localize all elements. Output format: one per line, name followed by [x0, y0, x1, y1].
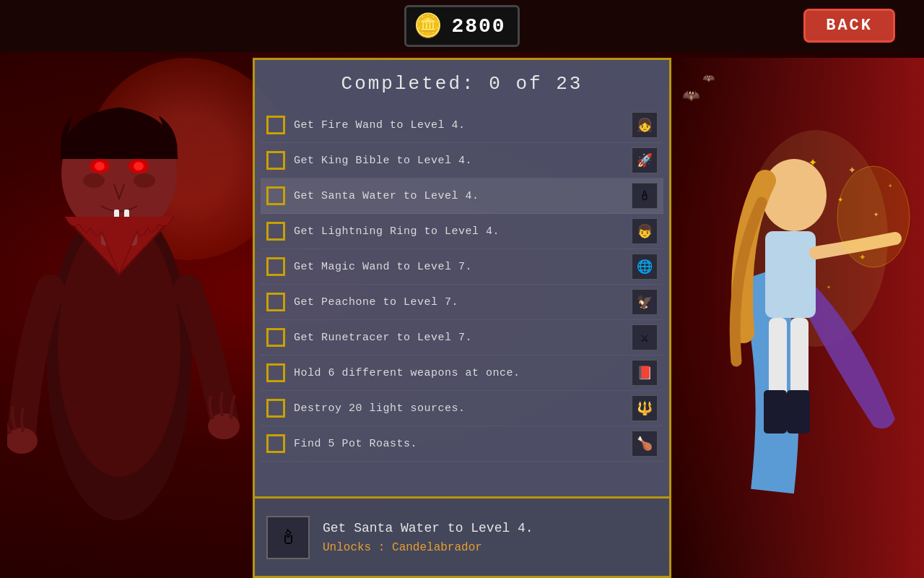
svg-point-5 — [134, 173, 155, 188]
coin-icon — [412, 10, 444, 42]
achievement-row[interactable]: Get Runetracer to Level 7.⚔ — [261, 320, 663, 355]
achievement-icon: 🌐 — [632, 254, 658, 280]
svg-point-28 — [837, 166, 910, 267]
achievement-row[interactable]: Hold 6 different weapons at once.📕 — [261, 355, 663, 391]
currency-widget: 2800 — [404, 5, 519, 47]
unlocks-value: Candelabrador — [392, 541, 482, 554]
vampire-illustration — [7, 72, 245, 542]
achievement-row[interactable]: Find 5 Pot Roasts.🍗 — [261, 426, 663, 462]
achievements-box: Completed: 0 of 23 Get Fire Wand to Leve… — [253, 58, 671, 499]
achievement-text: Destroy 20 light sources. — [294, 402, 623, 415]
achievement-text: Get Magic Wand to Level 7. — [294, 261, 623, 273]
achievement-checkbox[interactable] — [266, 257, 285, 276]
achievement-row[interactable]: Get Fire Wand to Level 4.👧 — [261, 108, 663, 143]
achievement-checkbox[interactable] — [266, 222, 285, 241]
unlocks-label: Unlocks : — [323, 541, 385, 554]
header-bar: 2800 BACK — [0, 0, 924, 52]
achievement-checkbox[interactable] — [266, 151, 285, 170]
achievement-icon: 📕 — [632, 360, 658, 386]
achievement-text: Hold 6 different weapons at once. — [294, 367, 623, 379]
achievement-checkbox[interactable] — [266, 186, 285, 205]
currency-value: 2800 — [451, 15, 505, 38]
achievement-text: Get King Bible to Level 4. — [294, 155, 623, 167]
svg-point-8 — [95, 162, 105, 171]
achievement-row[interactable]: Get Peachone to Level 7.🦅 — [261, 285, 663, 320]
achievement-checkbox[interactable] — [266, 363, 285, 382]
achievement-icon: 🕯 — [632, 183, 658, 209]
achievement-row[interactable]: Get Magic Wand to Level 7.🌐 — [261, 249, 663, 285]
achievement-row[interactable]: Get King Bible to Level 4.🚀 — [261, 143, 663, 178]
svg-point-4 — [83, 173, 105, 188]
achievement-text: Get Runetracer to Level 7. — [294, 332, 623, 344]
achievement-icon: 🚀 — [632, 147, 658, 173]
achievements-list[interactable]: Get Fire Wand to Level 4.👧Get King Bible… — [255, 105, 669, 496]
back-button[interactable]: BACK — [803, 9, 895, 43]
achievement-text: Get Lightning Ring to Level 4. — [294, 225, 623, 238]
detail-panel: 🕯 Get Santa Water to Level 4. Unlocks : … — [253, 499, 671, 578]
svg-rect-19 — [764, 390, 787, 434]
svg-point-9 — [134, 162, 144, 171]
achievement-icon: 🦅 — [632, 289, 658, 315]
right-char-svg: ✦ ✦ ✦ ✦ ✦ ✦ ✦ — [671, 58, 924, 578]
achievement-text: Get Peachone to Level 7. — [294, 296, 623, 309]
bat-decoration-2: 🦇 — [702, 72, 715, 85]
achievement-text: Get Santa Water to Level 4. — [294, 190, 623, 202]
achievement-checkbox[interactable] — [266, 116, 285, 134]
achievement-checkbox[interactable] — [266, 293, 285, 311]
achievement-text: Get Fire Wand to Level 4. — [294, 119, 623, 131]
achievement-checkbox[interactable] — [266, 328, 285, 347]
detail-title: Get Santa Water to Level 4. — [323, 521, 658, 535]
achievement-checkbox[interactable] — [266, 434, 285, 453]
achievement-icon: 👧 — [632, 112, 658, 138]
achievement-row[interactable]: Get Lightning Ring to Level 4.👦 — [261, 214, 663, 249]
achievement-row[interactable]: Destroy 20 light sources.🔱 — [261, 391, 663, 426]
completed-header: Completed: 0 of 23 — [255, 60, 669, 105]
achievement-text: Find 5 Pot Roasts. — [294, 438, 623, 450]
detail-text: Get Santa Water to Level 4. Unlocks : Ca… — [323, 521, 658, 554]
achievement-checkbox[interactable] — [266, 399, 285, 418]
vampire-svg — [7, 72, 245, 542]
svg-text:✦: ✦ — [808, 154, 817, 171]
main-panel: Completed: 0 of 23 Get Fire Wand to Leve… — [253, 58, 671, 578]
right-character-illustration: ✦ ✦ ✦ ✦ ✦ ✦ ✦ — [671, 58, 924, 578]
achievement-icon: 🔱 — [632, 395, 658, 421]
achievement-icon: 🍗 — [632, 431, 658, 457]
svg-rect-20 — [787, 390, 810, 434]
achievement-icon: 👦 — [632, 218, 658, 244]
detail-unlocks: Unlocks : Candelabrador — [323, 541, 658, 554]
achievement-icon: ⚔ — [632, 324, 658, 350]
achievement-row[interactable]: Get Santa Water to Level 4.🕯 — [261, 178, 663, 214]
bat-decoration: 🦇 — [682, 87, 700, 105]
svg-text:✦: ✦ — [827, 283, 831, 291]
detail-icon: 🕯 — [266, 516, 310, 559]
svg-rect-15 — [765, 231, 816, 318]
